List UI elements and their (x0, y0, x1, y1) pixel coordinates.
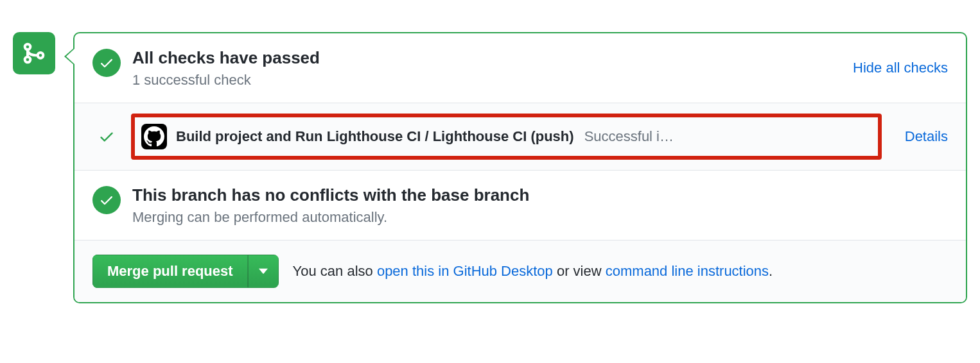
github-icon (144, 126, 164, 147)
checks-list: Build project and Run Lighthouse CI / Li… (74, 103, 966, 171)
check-name: Build project and Run Lighthouse CI / Li… (176, 128, 574, 145)
merge-hint-suffix: . (769, 263, 773, 279)
merge-icon-badge (13, 32, 55, 74)
checks-summary-section: All checks have passed 1 successful chec… (74, 33, 966, 103)
svg-point-2 (38, 53, 44, 58)
toggle-checks-link[interactable]: Hide all checks (853, 60, 948, 76)
check-status (92, 128, 121, 145)
checks-subtitle: 1 successful check (132, 72, 841, 89)
success-badge (92, 49, 121, 77)
check-result: Successful i… (584, 128, 674, 145)
check-icon (98, 128, 115, 145)
highlighted-check: Build project and Run Lighthouse CI / Li… (131, 114, 882, 160)
check-details-link[interactable]: Details (905, 128, 948, 145)
merge-status-panel: All checks have passed 1 successful chec… (73, 32, 967, 303)
svg-point-0 (25, 44, 31, 50)
svg-point-1 (25, 57, 31, 63)
checks-title: All checks have passed (132, 47, 841, 69)
merge-options-dropdown[interactable] (248, 255, 279, 288)
success-badge (92, 186, 121, 214)
github-avatar (141, 124, 167, 149)
merge-hint: You can also open this in GitHub Desktop… (293, 263, 773, 280)
check-icon (99, 55, 114, 71)
conflicts-section: This branch has no conflicts with the ba… (74, 171, 966, 240)
check-icon (99, 192, 114, 208)
conflicts-title: This branch has no conflicts with the ba… (132, 185, 948, 207)
merge-hint-prefix: You can also (293, 263, 377, 279)
git-merge-icon (21, 40, 47, 66)
caret-down-icon (259, 268, 268, 274)
open-desktop-link[interactable]: open this in GitHub Desktop (377, 263, 553, 279)
merge-hint-middle: or view (553, 263, 606, 279)
check-row: Build project and Run Lighthouse CI / Li… (74, 103, 966, 170)
merge-footer: Merge pull request You can also open thi… (74, 240, 966, 302)
merge-button-group: Merge pull request (92, 255, 279, 288)
conflicts-subtitle: Merging can be performed automatically. (132, 209, 948, 226)
merge-pull-request-button[interactable]: Merge pull request (92, 255, 248, 288)
cli-instructions-link[interactable]: command line instructions (606, 263, 769, 279)
